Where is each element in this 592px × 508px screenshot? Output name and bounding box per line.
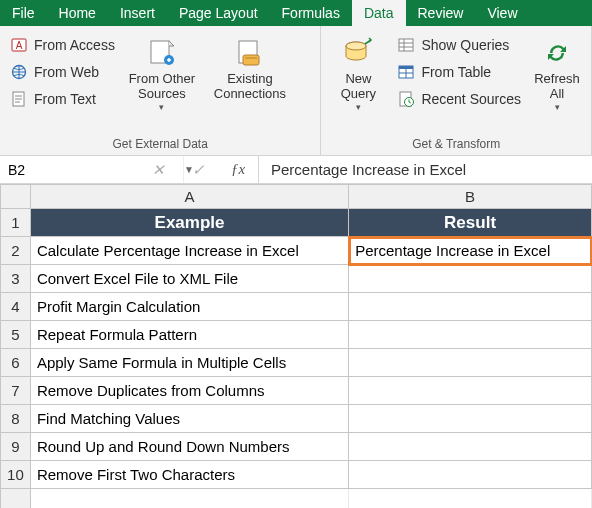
- from-table-label: From Table: [421, 64, 491, 80]
- cell-B1[interactable]: Result: [349, 209, 592, 237]
- cell-A3[interactable]: Convert Excel File to XML File: [30, 265, 348, 293]
- refresh-all-button[interactable]: Refresh All ▾: [529, 32, 585, 112]
- existing-connections-label: Existing Connections: [214, 72, 286, 102]
- enter-button[interactable]: ✓: [178, 161, 218, 179]
- group-label-external: Get External Data: [0, 135, 320, 155]
- row-header-2[interactable]: 2: [1, 237, 31, 265]
- group-get-transform: New Query ▾ Show Queries From Table Rece…: [321, 26, 592, 155]
- group-label-transform: Get & Transform: [321, 135, 591, 155]
- other-sources-icon: [145, 36, 179, 70]
- cell-B3[interactable]: [349, 265, 592, 293]
- cell-A5[interactable]: Repeat Formula Pattern: [30, 321, 348, 349]
- recent-sources-icon: [397, 90, 415, 108]
- cell-B5[interactable]: [349, 321, 592, 349]
- tab-view[interactable]: View: [475, 0, 529, 26]
- tab-review[interactable]: Review: [406, 0, 476, 26]
- row-header-6[interactable]: 6: [1, 349, 31, 377]
- row-header-11[interactable]: [1, 489, 31, 509]
- row-header-8[interactable]: 8: [1, 405, 31, 433]
- svg-text:A: A: [16, 40, 23, 51]
- tab-data[interactable]: Data: [352, 0, 406, 26]
- tab-bar: File Home Insert Page Layout Formulas Da…: [0, 0, 592, 26]
- text-file-icon: [10, 90, 28, 108]
- from-access-button[interactable]: A From Access: [6, 32, 119, 58]
- from-text-label: From Text: [34, 91, 96, 107]
- refresh-all-label: Refresh All: [534, 72, 580, 102]
- show-queries-icon: [397, 36, 415, 54]
- from-web-label: From Web: [34, 64, 99, 80]
- cell-B9[interactable]: [349, 433, 592, 461]
- recent-sources-label: Recent Sources: [421, 91, 521, 107]
- cancel-button[interactable]: ✕: [138, 161, 178, 179]
- cell-B11[interactable]: [349, 489, 592, 509]
- formula-bar: ▼ ✕ ✓ ƒx Percentage Increase in Excel: [0, 156, 592, 184]
- from-other-sources-button[interactable]: From Other Sources ▾: [123, 32, 201, 112]
- cell-A10[interactable]: Remove First Two Characters: [30, 461, 348, 489]
- svg-point-13: [346, 42, 366, 50]
- recent-sources-button[interactable]: Recent Sources: [393, 86, 525, 112]
- from-web-button[interactable]: From Web: [6, 59, 119, 85]
- formula-value[interactable]: Percentage Increase in Excel: [259, 161, 592, 178]
- from-access-label: From Access: [34, 37, 115, 53]
- existing-connections-button[interactable]: Existing Connections: [205, 32, 295, 102]
- svg-rect-14: [399, 39, 413, 51]
- cell-B7[interactable]: [349, 377, 592, 405]
- group-get-external-data: A From Access From Web From Text From Ot…: [0, 26, 321, 155]
- existing-connections-icon: [233, 36, 267, 70]
- tab-file[interactable]: File: [0, 0, 47, 26]
- cell-A4[interactable]: Profit Margin Calculation: [30, 293, 348, 321]
- row-header-1[interactable]: 1: [1, 209, 31, 237]
- cell-A1[interactable]: Example: [30, 209, 348, 237]
- select-all-corner[interactable]: [1, 185, 31, 209]
- ribbon: A From Access From Web From Text From Ot…: [0, 26, 592, 156]
- name-box[interactable]: ▼: [0, 156, 138, 183]
- from-table-button[interactable]: From Table: [393, 59, 525, 85]
- cell-B8[interactable]: [349, 405, 592, 433]
- cell-B6[interactable]: [349, 349, 592, 377]
- row-header-3[interactable]: 3: [1, 265, 31, 293]
- cell-A6[interactable]: Apply Same Formula in Multiple Cells: [30, 349, 348, 377]
- chevron-down-icon: ▾: [356, 102, 361, 112]
- cell-B10[interactable]: [349, 461, 592, 489]
- col-header-A[interactable]: A: [30, 185, 348, 209]
- new-query-icon: [341, 36, 375, 70]
- cell-A8[interactable]: Find Matching Values: [30, 405, 348, 433]
- svg-rect-19: [399, 66, 413, 69]
- tab-insert[interactable]: Insert: [108, 0, 167, 26]
- refresh-icon: [540, 36, 574, 70]
- show-queries-button[interactable]: Show Queries: [393, 32, 525, 58]
- row-header-9[interactable]: 9: [1, 433, 31, 461]
- cell-A7[interactable]: Remove Duplicates from Columns: [30, 377, 348, 405]
- tab-formulas[interactable]: Formulas: [270, 0, 352, 26]
- row-header-5[interactable]: 5: [1, 321, 31, 349]
- col-header-B[interactable]: B: [349, 185, 592, 209]
- web-icon: [10, 63, 28, 81]
- cell-A2[interactable]: Calculate Percentage Increase in Excel: [30, 237, 348, 265]
- row-header-7[interactable]: 7: [1, 377, 31, 405]
- fx-button[interactable]: ƒx: [218, 161, 258, 178]
- chevron-down-icon: ▾: [555, 102, 560, 112]
- new-query-label: New Query: [341, 72, 376, 102]
- new-query-button[interactable]: New Query ▾: [327, 32, 389, 112]
- worksheet-grid: A B 1 Example Result 2 Calculate Percent…: [0, 184, 592, 508]
- cell-A11[interactable]: [30, 489, 348, 509]
- cell-B4[interactable]: [349, 293, 592, 321]
- from-other-sources-label: From Other Sources: [129, 72, 195, 102]
- from-table-icon: [397, 63, 415, 81]
- tab-page-layout[interactable]: Page Layout: [167, 0, 270, 26]
- show-queries-label: Show Queries: [421, 37, 509, 53]
- svg-rect-10: [243, 55, 259, 65]
- from-text-button[interactable]: From Text: [6, 86, 119, 112]
- cell-B2[interactable]: Percentage Increase in Excel: [349, 237, 592, 265]
- row-header-10[interactable]: 10: [1, 461, 31, 489]
- tab-home[interactable]: Home: [47, 0, 108, 26]
- row-header-4[interactable]: 4: [1, 293, 31, 321]
- access-icon: A: [10, 36, 28, 54]
- chevron-down-icon: ▾: [159, 102, 164, 112]
- cell-A9[interactable]: Round Up and Round Down Numbers: [30, 433, 348, 461]
